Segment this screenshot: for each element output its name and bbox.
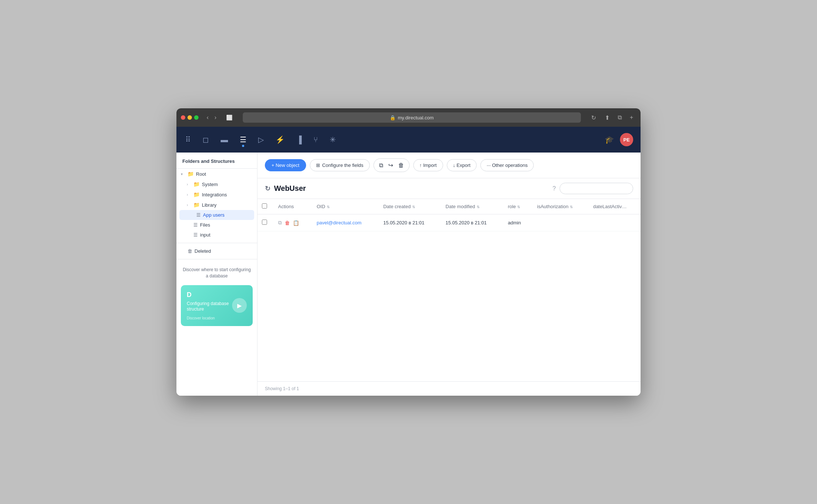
copy-icon[interactable]: ⧉ <box>379 162 383 169</box>
search-help-icon[interactable]: ? <box>553 185 556 192</box>
new-object-button[interactable]: + New object <box>265 159 306 171</box>
col-date-modified[interactable]: Date modified⇅ <box>440 199 502 214</box>
nav-icon-monitor[interactable]: ◻ <box>201 134 210 146</box>
tree-item-integrations[interactable]: › 📁 Integrations <box>176 189 257 200</box>
nav-icons: ⠿ ◻ ▬ ☰ ▷ ⚡ ▐ ⑂ ✳ <box>184 134 605 146</box>
folder-icon: 📁 <box>187 171 194 177</box>
help-icon[interactable]: 🎓 <box>605 135 614 144</box>
lock-icon: 🔒 <box>390 115 396 120</box>
row-oid-value[interactable]: pavel@directual.com <box>317 220 362 225</box>
tree-item-appusers[interactable]: ☰ App users <box>179 210 254 220</box>
reload-button[interactable]: ↻ <box>588 113 599 123</box>
row-date-modified-value: 15.05.2020 в 21:01 <box>446 220 487 225</box>
search-input[interactable] <box>560 183 633 194</box>
table-footer: Showing 1–1 of 1 <box>257 381 641 396</box>
tree-item-input[interactable]: ☰ input <box>176 230 257 240</box>
close-button[interactable] <box>181 115 185 120</box>
col-date-last-activ-label: dateLastActiv… <box>593 204 627 209</box>
tree-item-system[interactable]: › 📁 System <box>176 179 257 189</box>
sidebar-divider <box>176 243 257 243</box>
col-date-created[interactable]: Date created⇅ <box>377 199 439 214</box>
new-tab-button[interactable]: ⧉ <box>615 113 625 123</box>
app-layout: ⠿ ◻ ▬ ☰ ▷ ⚡ ▐ ⑂ ✳ 🎓 PE Folder <box>176 127 641 396</box>
row-edit-icon[interactable]: 📋 <box>293 220 299 226</box>
other-operations-button[interactable]: ··· Other operations <box>480 159 534 171</box>
nav-icon-play[interactable]: ▷ <box>257 134 265 146</box>
tree-item-root[interactable]: ▾ 📁 Root <box>176 169 257 179</box>
nav-buttons: ‹ › <box>204 113 219 122</box>
tree-label-appusers: App users <box>203 212 225 218</box>
configure-fields-button[interactable]: ⊞ Configure the fields <box>310 159 370 171</box>
row-date-last-activ-cell <box>587 214 641 231</box>
address-bar[interactable]: 🔒 my.directual.com <box>243 112 581 123</box>
tree-arrow-system: › <box>187 182 191 186</box>
row-checkbox[interactable] <box>262 220 267 225</box>
col-oid[interactable]: OID⇅ <box>311 199 378 214</box>
add-tab-button[interactable]: + <box>627 113 636 123</box>
row-date-created-cell: 15.05.2020 в 21:01 <box>377 214 439 231</box>
row-oid-cell: pavel@directual.com <box>311 214 378 231</box>
back-button[interactable]: ‹ <box>204 113 211 122</box>
pagination-text: Showing 1–1 of 1 <box>265 386 299 391</box>
db-icon-appusers: ☰ <box>196 212 201 218</box>
col-date-last-activ: dateLastActiv… <box>587 199 641 214</box>
tutorial-logo: D <box>187 291 247 299</box>
col-is-auth[interactable]: isAuthorization⇅ <box>531 199 587 214</box>
sidebar: Folders and Structures ▾ 📁 Root › 📁 Syst… <box>176 153 257 396</box>
tree-label-library: Library <box>202 202 217 208</box>
table-row: ⧉ 🗑 📋 pavel@directual.com 15.05.2020 в 2… <box>257 214 641 231</box>
delete-icon[interactable]: 🗑 <box>398 162 404 169</box>
nav-icon-layers[interactable]: ▬ <box>219 134 229 146</box>
nav-icon-integration[interactable]: ✳ <box>328 134 337 146</box>
chrome-actions: ⬆ ⧉ + <box>602 113 636 123</box>
table-header: Actions OID⇅ Date created⇅ Date modified… <box>257 199 641 214</box>
tree-item-files[interactable]: ☰ Files <box>176 220 257 230</box>
tutorial-card[interactable]: D Configuring database structure ▶ Disco… <box>181 285 253 326</box>
sort-icon-role: ⇅ <box>517 205 520 209</box>
tree-arrow-library: › <box>187 203 191 207</box>
tree-label-root: Root <box>196 171 206 177</box>
minimize-button[interactable] <box>187 115 192 120</box>
sidebar-toggle-button[interactable]: ⬜ <box>223 113 235 122</box>
tree-label-input: input <box>200 232 210 238</box>
nav-icon-chart[interactable]: ▐ <box>295 134 303 146</box>
browser-chrome: ‹ › ⬜ 🔒 my.directual.com ↻ ⬆ ⧉ + <box>176 108 641 127</box>
nav-icon-plug[interactable]: ⚡ <box>274 134 286 146</box>
tree-item-deleted[interactable]: 🗑 Deleted <box>176 246 257 256</box>
content-area: + New object ⊞ Configure the fields ⧉ ↪ … <box>257 153 641 396</box>
tree-label-system: System <box>202 182 218 187</box>
traffic-lights <box>181 115 199 120</box>
row-role-cell: admin <box>502 214 531 231</box>
top-nav: ⠿ ◻ ▬ ☰ ▷ ⚡ ▐ ⑂ ✳ 🎓 PE <box>176 127 641 153</box>
row-delete-icon[interactable]: 🗑 <box>285 220 290 226</box>
tree-label-integrations: Integrations <box>202 192 227 197</box>
col-role[interactable]: role⇅ <box>502 199 531 214</box>
forward-button[interactable]: › <box>212 113 218 122</box>
maximize-button[interactable] <box>194 115 199 120</box>
nav-icon-database[interactable]: ☰ <box>238 134 248 146</box>
configure-fields-label: Configure the fields <box>322 162 364 168</box>
nav-icon-grid[interactable]: ⠿ <box>184 134 192 146</box>
table-header-row: ↻ WebUser ? <box>257 178 641 199</box>
folder-icon-library: 📁 <box>193 202 200 208</box>
search-area: ? <box>553 183 633 194</box>
row-copy-icon[interactable]: ⧉ <box>278 220 282 226</box>
share-chrome-button[interactable]: ⬆ <box>602 113 613 123</box>
active-dot <box>242 145 244 147</box>
export-button[interactable]: ↓ Export <box>447 159 477 171</box>
tutorial-play-icon[interactable]: ▶ <box>232 298 247 313</box>
col-role-label: role <box>508 204 516 209</box>
refresh-icon[interactable]: ↻ <box>265 185 270 193</box>
avatar[interactable]: PE <box>620 133 633 146</box>
tree-item-library[interactable]: › 📁 Library <box>176 200 257 210</box>
select-all-checkbox[interactable] <box>262 203 267 209</box>
row-is-auth-cell <box>531 214 587 231</box>
row-actions: ⧉ 🗑 📋 <box>278 220 305 226</box>
share-icon[interactable]: ↪ <box>388 162 393 169</box>
tree-arrow-integrations: › <box>187 193 191 197</box>
tutorial-discover: Discover location <box>187 316 247 320</box>
import-button[interactable]: ↑ Import <box>413 159 443 171</box>
row-date-created-value: 15.05.2020 в 21:01 <box>383 220 424 225</box>
row-date-modified-cell: 15.05.2020 в 21:01 <box>440 214 502 231</box>
nav-icon-share[interactable]: ⑂ <box>312 134 319 146</box>
